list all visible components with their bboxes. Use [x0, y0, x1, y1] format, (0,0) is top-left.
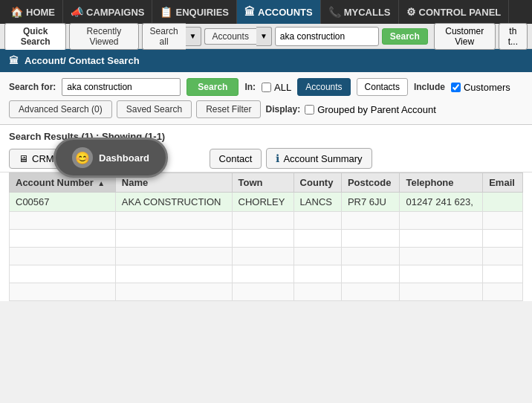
customers-label: Customers — [464, 82, 510, 93]
nav-accounts[interactable]: 🏛 ACCOUNTS — [237, 0, 321, 24]
customers-checkbox[interactable] — [451, 83, 461, 92]
table-row — [10, 283, 523, 301]
search-for-input[interactable] — [62, 78, 181, 96]
search-all-arrow[interactable]: ▼ — [186, 27, 201, 46]
cell-account-number: C00567 — [10, 193, 116, 212]
customers-checkbox-group: Customers — [451, 82, 510, 93]
section-header: 🏛 Account/ Contact Search — [0, 49, 532, 72]
results-table-container: Account Number ▲ Name Town County Postco… — [0, 173, 532, 301]
table-row — [10, 212, 523, 230]
advanced-search-button[interactable]: Advanced Search (0) — [9, 100, 112, 118]
results-area: Search Results (1) : Showing (1-1) 🖥 CRM… — [0, 125, 532, 173]
search-all-btn[interactable]: Search all — [142, 23, 186, 50]
grouped-checkbox-group: Grouped by Parent Account — [305, 104, 436, 115]
accounts-filter-btn[interactable]: Accounts — [204, 28, 256, 45]
table-row — [10, 248, 523, 265]
recently-viewed-tab[interactable]: Recently Viewed — [69, 23, 138, 50]
accounts-toggle[interactable]: Accounts — [297, 78, 350, 96]
in-label: In: — [244, 82, 256, 92]
search-form: Search for: Search In: ALL Accounts Cont… — [0, 72, 532, 125]
contacts-toggle[interactable]: Contacts — [357, 78, 408, 96]
contact-button[interactable]: Contact — [210, 149, 262, 169]
dashboard-popup-icon: 😊 — [72, 147, 93, 168]
accounts-dropdown: Accounts ▼ — [204, 27, 272, 46]
home-icon: 🏠 — [10, 6, 23, 18]
nav-mycalls[interactable]: 📞 MYCALLS — [321, 0, 399, 24]
quick-search-button[interactable]: Search — [382, 28, 428, 45]
nav-enquiries[interactable]: 📋 ENQUIRIES — [152, 0, 237, 24]
section-icon: 🏛 — [9, 55, 19, 66]
cell-town: CHORLEY — [232, 193, 293, 212]
control-panel-icon: ⚙ — [406, 6, 416, 18]
dashboard-popup[interactable]: 😊 Dashboard — [53, 138, 168, 178]
col-telephone[interactable]: Telephone — [400, 173, 483, 193]
grouped-checkbox[interactable] — [305, 105, 314, 115]
search-button[interactable]: Search — [186, 78, 239, 96]
reset-filter-button[interactable]: Reset Filter — [196, 100, 261, 118]
search-for-label: Search for: — [9, 82, 56, 92]
col-county[interactable]: County — [293, 173, 341, 193]
all-label: ALL — [274, 82, 291, 93]
nav-control-panel[interactable]: ⚙ CONTROL PANEL — [399, 0, 510, 24]
table-row[interactable]: C00567 AKA CONSTRUCTION CHORLEY LANCS PR… — [10, 193, 523, 212]
enquiries-icon: 📋 — [160, 6, 172, 18]
results-table: Account Number ▲ Name Town County Postco… — [9, 173, 523, 301]
quick-search-input[interactable] — [275, 27, 379, 46]
info-icon: ℹ — [276, 152, 279, 164]
saved-search-button[interactable]: Saved Search — [117, 100, 192, 118]
result-action-buttons: 🖥 CRM 😊 Dashboard Contact ℹ Account Summ… — [9, 148, 523, 169]
customer-view-button[interactable]: Customer View — [434, 23, 496, 50]
mycalls-icon: 📞 — [328, 6, 341, 18]
search-all-dropdown: Search all ▼ — [142, 23, 201, 50]
cell-county: LANCS — [293, 193, 341, 212]
cell-email — [483, 193, 523, 212]
campaigns-icon: 📣 — [71, 6, 83, 18]
cell-postcode: PR7 6JU — [341, 193, 400, 212]
crm-icon: 🖥 — [19, 153, 28, 164]
table-row — [10, 230, 523, 248]
include-label: Include — [414, 82, 445, 92]
account-summary-button[interactable]: ℹ Account Summary — [266, 148, 372, 169]
accounts-arrow[interactable]: ▼ — [256, 27, 272, 46]
quick-search-tab[interactable]: Quick Search — [4, 23, 66, 50]
col-email[interactable]: Email — [483, 173, 523, 193]
all-checkbox-group: ALL — [262, 82, 291, 93]
th-button[interactable]: th t... — [499, 23, 528, 50]
col-town[interactable]: Town — [232, 173, 293, 193]
col-postcode[interactable]: Postcode — [341, 173, 400, 193]
cell-name: AKA CONSTRUCTION — [115, 193, 232, 212]
top-navigation: 🏠 HOME 📣 CAMPAIGNS 📋 ENQUIRIES 🏛 ACCOUNT… — [0, 0, 532, 24]
sort-arrow: ▲ — [97, 179, 105, 187]
section-title: Account/ Contact Search — [25, 55, 140, 66]
all-checkbox[interactable] — [262, 83, 271, 92]
cell-telephone: 01247 241 623, — [400, 193, 483, 212]
grouped-label: Grouped by Parent Account — [317, 104, 436, 115]
accounts-icon: 🏛 — [244, 6, 255, 18]
nav-campaigns[interactable]: 📣 CAMPAIGNS — [63, 0, 152, 24]
quick-search-bar: Quick Search Recently Viewed Search all … — [0, 24, 532, 49]
table-row — [10, 265, 523, 283]
display-label: Display: — [265, 104, 300, 115]
dashboard-popup-label: Dashboard — [99, 152, 149, 164]
nav-home[interactable]: 🏠 HOME — [3, 0, 63, 24]
